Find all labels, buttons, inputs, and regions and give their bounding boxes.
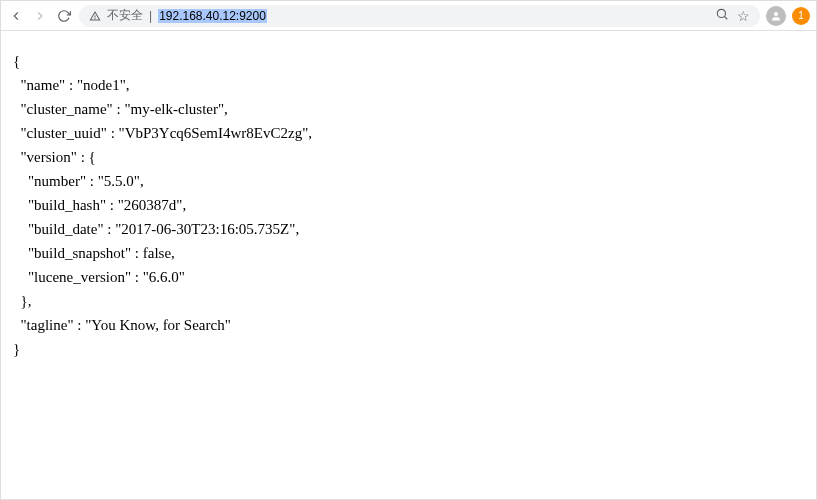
forward-button[interactable] — [31, 7, 49, 25]
back-button[interactable] — [7, 7, 25, 25]
json-line: }, — [13, 293, 31, 309]
json-line: "version" : { — [13, 149, 96, 165]
profile-avatar[interactable] — [766, 6, 786, 26]
json-line: "cluster_uuid" : "VbP3Ycq6SemI4wr8EvC2zg… — [13, 125, 312, 141]
json-line: "cluster_name" : "my-elk-cluster", — [13, 101, 228, 117]
json-line: "lucene_version" : "6.6.0" — [13, 269, 185, 285]
svg-line-1 — [724, 16, 727, 19]
json-line: "build_snapshot" : false, — [13, 245, 175, 261]
zoom-icon[interactable] — [715, 7, 729, 24]
svg-point-0 — [717, 9, 725, 17]
json-line: { — [13, 53, 20, 69]
url-bar[interactable]: 不安全 | 192.168.40.12:9200 ☆ — [79, 5, 760, 27]
url-separator: | — [149, 9, 152, 23]
json-line: "build_hash" : "260387d", — [13, 197, 186, 213]
security-label: 不安全 — [107, 7, 143, 24]
json-line: "tagline" : "You Know, for Search" — [13, 317, 231, 333]
json-line: "number" : "5.5.0", — [13, 173, 144, 189]
bookmark-star-icon[interactable]: ☆ — [737, 8, 750, 24]
json-response-body: { "name" : "node1", "cluster_name" : "my… — [1, 31, 816, 379]
notification-badge[interactable]: 1 — [792, 7, 810, 25]
reload-button[interactable] — [55, 7, 73, 25]
svg-point-2 — [774, 12, 778, 16]
browser-toolbar: 不安全 | 192.168.40.12:9200 ☆ 1 — [1, 1, 816, 31]
not-secure-icon — [89, 10, 101, 22]
json-line: } — [13, 341, 20, 357]
url-address: 192.168.40.12:9200 — [158, 9, 267, 23]
json-line: "name" : "node1", — [13, 77, 130, 93]
json-line: "build_date" : "2017-06-30T23:16:05.735Z… — [13, 221, 299, 237]
